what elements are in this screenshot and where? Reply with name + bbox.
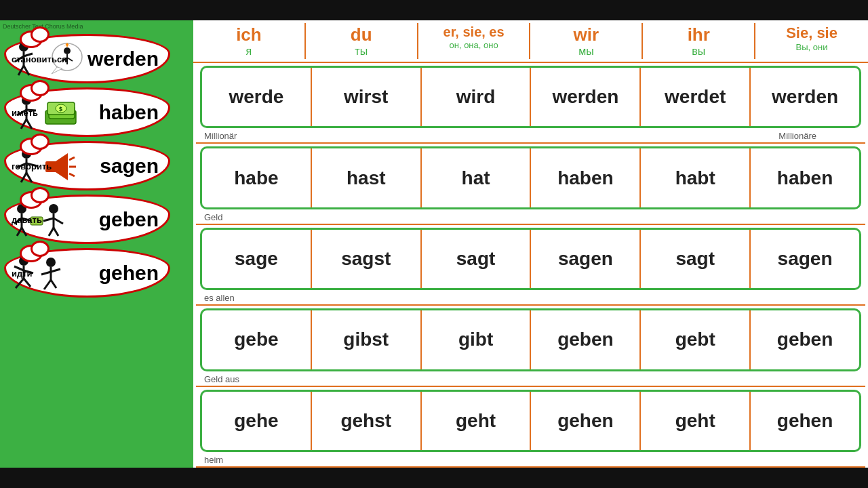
svg-marker-7 [52,67,62,74]
header-cell-ich: ich я [193,23,306,59]
conj-cell: werden [751,68,859,126]
conj-cell: werdet [641,68,751,126]
header-cell-ihr: ihr вы [643,23,755,59]
conj-cell: wird [422,68,532,126]
svg-point-35 [17,204,26,214]
context-label: es allen [204,293,235,303]
svg-line-45 [43,218,54,221]
conj-block-4: gehegehstgehtgehengehtgehenheim [196,387,865,468]
table-area: ich я du ты er, sie, es он, она, оно wir… [193,20,868,468]
main-content: Deutscher Text Chorus Media [0,20,868,468]
conj-cell: gibst [312,310,422,369]
svg-point-13 [22,96,31,105]
german-label-sagen: sagen [100,155,163,178]
conj-cell: geben [531,310,641,369]
svg-line-44 [54,218,63,224]
svg-line-59 [51,280,56,288]
svg-line-28 [21,173,26,182]
svg-line-32 [69,157,75,160]
svg-line-5 [24,66,29,75]
context-label: Millionär [204,131,237,141]
conj-cell: geht [641,392,751,450]
top-bar [0,0,868,20]
conj-cell: gibt [422,310,532,369]
header-cell-wir: wir мы [530,23,643,59]
svg-line-18 [26,119,32,129]
conj-cell: gebt [641,310,751,369]
conj-cell: haben [751,148,859,207]
russian-label-geben: давать [12,214,42,224]
russian-label-haben: иметь [12,107,38,117]
svg-point-24 [22,149,31,159]
conj-block-0: werdewirstwirdwerdenwerdetwerdenMillionä… [196,63,865,144]
svg-point-48 [19,256,28,266]
conj-cell: haben [531,148,641,207]
list-item: давать geben [4,195,189,244]
german-label-geben: geben [99,208,163,231]
pronoun-de-wir: wir [533,24,639,45]
svg-line-39 [17,228,22,236]
conj-cell: sagen [531,230,641,288]
pronoun-ru-du: ты [309,45,414,58]
conj-cell: geht [422,392,532,450]
context-label: Geld [204,212,222,222]
pronoun-ru-ich: я [196,45,302,58]
svg-line-46 [49,228,54,236]
conj-cell: gebe [202,310,312,369]
pronoun-ru-ihr: вы [646,45,751,58]
svg-text:$: $ [59,106,62,113]
pronoun-de-ihr: ihr [646,24,751,45]
conj-block-1: habehasthathabenhabthabenGeld [196,144,865,224]
conj-cell: sagen [751,230,859,288]
cloud-haben: $ иметь haben [4,87,170,137]
list-item: $ иметь haben [4,87,189,137]
pronoun-ru-sie: Вы, они [758,42,865,52]
header-cell-du: du ты [306,23,418,59]
conj-cell: werde [202,68,312,126]
conj-cell: gehst [312,392,422,450]
cloud-gehen: идти gehen [4,248,170,298]
german-label-haben: haben [99,101,163,124]
context-label: Geld aus [204,374,239,384]
conj-cell: sage [202,230,312,288]
cloud-werden: становиться werden [4,34,170,83]
list-item: говорить sagen [4,141,189,190]
cloud-geben: давать geben [4,195,170,244]
cloud-sagen: говорить sagen [4,141,170,190]
svg-line-34 [69,174,75,176]
conj-cell: gehe [202,392,312,450]
pronoun-de-sie: Sie, sie [758,24,865,42]
conj-cell: wirst [312,68,422,126]
conj-cell: habe [202,148,312,207]
svg-line-47 [54,228,58,236]
conj-cell: geben [751,310,859,369]
pronoun-header-row: ich я du ты er, sie, es он, она, оно wir… [193,20,868,63]
list-item: становиться werden [4,34,189,83]
bottom-bar [0,468,868,488]
conj-cell: gehen [751,392,859,450]
conj-cell: sagt [422,230,532,288]
header-cell-sie: Sie, sie Вы, они [755,23,868,59]
svg-point-0 [19,42,28,52]
svg-line-53 [24,279,31,287]
conj-cell: sagt [641,230,751,288]
svg-line-17 [21,119,26,129]
conj-block-2: sagesagstsagtsagensagtsagenes allen [196,225,865,306]
list-item: идти gehen [4,248,189,298]
money-icon: $ [42,97,79,127]
svg-line-4 [18,66,24,75]
conj-cell: sagst [312,230,422,288]
svg-line-58 [44,280,51,289]
conj-cell: habt [641,148,751,207]
conj-cell: werden [531,68,641,126]
svg-line-56 [41,272,51,274]
svg-line-57 [51,269,60,272]
svg-line-52 [16,279,24,288]
pronoun-de-ich: ich [196,24,302,45]
context-label: heim [204,455,223,465]
russian-label-gehen: идти [12,268,33,278]
conj-cell: hast [312,148,422,207]
pronoun-ru-wir: мы [533,45,639,58]
german-label-gehen: gehen [99,262,163,285]
svg-line-40 [22,228,26,236]
